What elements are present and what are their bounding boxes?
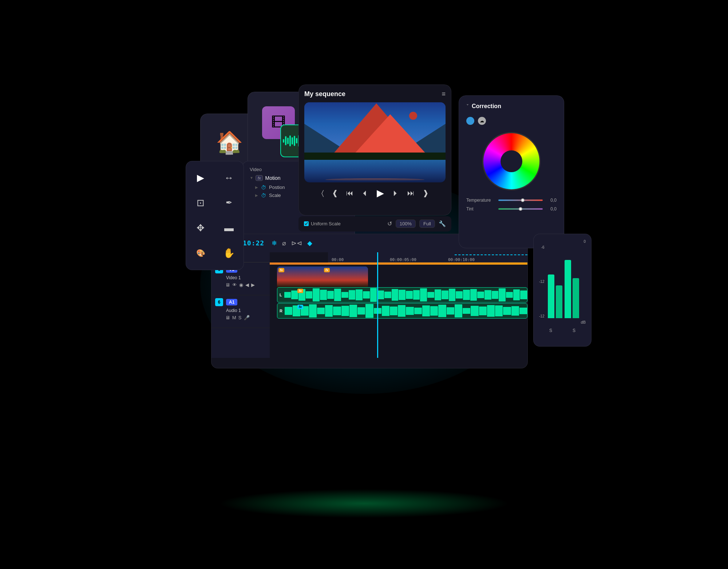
cloud-dot[interactable]: ☁ [478,117,486,125]
v1-sync-icon[interactable]: 🖥 [225,282,230,288]
correction-panel: ˅ Correction ☁ Temperature 0,0 Tint 0,0 [459,95,564,248]
audio-waveform-r [285,304,527,318]
prev-frame-btn[interactable]: 〈 [321,189,324,197]
audio-clip-r[interactable]: R [277,303,527,319]
db-label: dB [539,320,586,324]
a1-name-box: A1 [226,299,237,305]
tint-thumb[interactable] [519,207,522,211]
meter-label-neg12: -12 [539,280,544,284]
color-wheel[interactable] [482,132,541,190]
fx-tag-1: fx [278,268,284,272]
tint-slider[interactable] [498,208,543,210]
uniform-scale-checkbox[interactable]: Uniform Scale [304,221,341,226]
v1-arrow-left[interactable]: ◀ [245,282,249,288]
tint-label: Tint [466,206,495,212]
reset-zoom-btn[interactable]: ↺ [387,220,392,227]
audio-clip-l[interactable]: L [277,287,527,303]
temperature-slider[interactable] [498,199,543,201]
v1-vol-icon[interactable]: ◉ [239,282,243,288]
audio-track-area: L [270,287,527,320]
fx-tag-2: fx [324,268,330,272]
meter-footer: S S [539,328,586,333]
hand-tool[interactable]: ✋ [222,246,236,260]
a1-s-btn[interactable]: S [238,315,242,320]
tint-row: Tint 0,0 [466,206,557,212]
scene-mountain-red2 [354,114,427,154]
v1-arrow-right[interactable]: ▶ [251,282,255,288]
uniform-scale-input[interactable] [304,221,309,226]
meters-bars [548,245,579,318]
preview-panel: My sequence ≡ 〈 ❰ ⏮ ⏴ ▶ ⏵ ⏭ ❱ [298,84,451,216]
a1-mic-icon[interactable]: 🎤 [244,315,250,320]
prev-keyframe-btn[interactable]: ❰ [332,189,338,197]
quality-select[interactable]: Full [419,220,435,228]
ruler-marks: 00:00 00:00:05:00 00:00:10:00 [328,252,527,262]
home-icon[interactable]: 🏠 [216,130,243,155]
blue-dot[interactable] [466,117,474,125]
v1-name: Video 1 [226,275,266,280]
v1-eye-icon[interactable]: 👁 [232,282,237,288]
ripple-tool[interactable]: ⊳⊲ [291,239,302,247]
next-keyframe-btn[interactable]: ❱ [423,189,429,197]
next-frame-btn[interactable]: ⏭ [407,189,415,197]
temperature-value: 0,0 [546,198,557,203]
scene-water [304,160,446,182]
shape-tool[interactable]: ▬ [222,221,236,235]
playhead[interactable] [377,252,378,358]
a1-header: 6 A1 [215,298,266,306]
magnet-tool[interactable]: ⌀ [282,239,286,247]
step-fwd-btn[interactable]: ⏵ [392,189,399,197]
a1-m-btn[interactable]: M [232,315,236,320]
a1-track-label: 6 A1 Audio 1 🖥 M S 🎤 [211,295,270,328]
tracks-content: 00:00 00:00:05:00 00:00:10:00 [270,252,527,358]
fx-tag-audio-r: fx [297,305,303,309]
audio-r-label: R [277,308,285,314]
rewind-btn[interactable]: ⏮ [346,189,353,197]
left-channel [548,245,562,318]
color-wheel-center [500,150,522,172]
meter-label-neg6: -6 [539,245,544,249]
meter-label-neg12b: -12 [539,314,544,318]
temperature-row: Temperature 0,0 [466,198,557,203]
snap-tool[interactable]: ❄ [272,239,277,247]
settings-icon[interactable]: 🔧 [439,220,446,227]
zoom-bar: Uniform Scale ↺ 100% Full 🔧 [298,216,451,232]
meter-ch1-label: S [549,328,552,333]
correction-title: Correction [472,103,501,110]
a1-lock[interactable]: 6 [215,298,223,306]
a1-sync-icon[interactable]: 🖥 [225,315,230,320]
audio-l-label: L [277,292,284,298]
uniform-scale-label: Uniform Scale [311,221,341,226]
right-channel [565,245,579,318]
move-tool[interactable]: ✥ [193,221,208,235]
ruler-5s: 00:00:05:00 [390,257,448,262]
left-bar-1 [548,274,554,318]
marker-tool[interactable]: ◆ [307,239,312,247]
tracks-area: 6 V1 Video 1 🖥 👁 ◉ ◀ ▶ 6 A1 Audio 1 [211,252,527,358]
fx-tag-audio-l: fx [297,289,303,293]
a1-controls: 🖥 M S 🎤 [225,315,266,320]
temperature-thumb[interactable] [521,198,525,202]
trim-tool[interactable]: ↔ [222,170,236,185]
play-btn[interactable]: ▶ [377,187,384,199]
preview-menu-icon[interactable]: ≡ [442,90,446,98]
color-wheel-container [466,132,557,190]
scale-arrow: ▶ [255,193,258,197]
timeline-ruler: 00:00 00:00:05:00 00:00:10:00 [328,252,527,262]
pen-tool[interactable]: ✒ [222,195,236,210]
position-arrow: ▶ [255,185,258,189]
position-clock-icon: ⏱ [261,185,266,190]
tint-value: 0,0 [546,206,557,212]
waveform-bars-r [285,304,527,318]
step-back-btn[interactable]: ⏴ [361,189,369,197]
color-tool[interactable]: 🎨 [193,246,208,260]
waveform-bars-l [284,288,527,302]
select-tool[interactable]: ⊡ [193,195,208,210]
play-tool[interactable]: ▶ [193,170,208,185]
scene-reflection [325,178,424,181]
zoom-percent[interactable]: 100% [396,220,416,228]
bottom-glow [218,489,510,518]
meter-label-0: 0 [583,240,586,244]
ruler-10s: 00:00:10:00 [448,257,506,262]
motion-arrow: ▼ [250,176,253,180]
